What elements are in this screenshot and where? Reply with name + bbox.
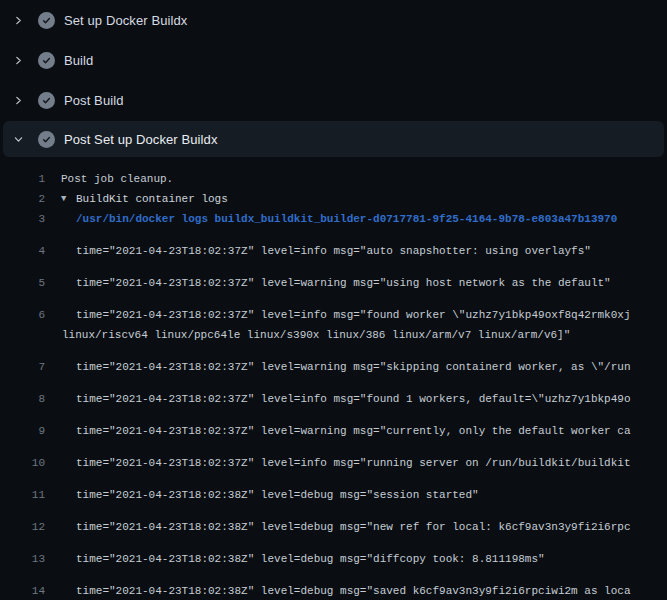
log-row: 1Post job cleanup.: [0, 169, 667, 189]
step-list: Set up Docker BuildxBuildPost BuildPost …: [0, 0, 667, 157]
log-row: 9time="2021-04-23T18:02:37Z" level=warni…: [0, 409, 667, 441]
chevron-right-icon: [12, 54, 24, 66]
line-number[interactable]: 6: [0, 305, 45, 325]
log-row: 13time="2021-04-23T18:02:38Z" level=debu…: [0, 537, 667, 569]
line-number[interactable]: 7: [0, 357, 45, 377]
chevron-right-icon: [12, 94, 24, 106]
log-row: 3/usr/bin/docker logs buildx_buildkit_bu…: [0, 209, 667, 229]
chevron-down-icon: [12, 133, 24, 145]
log-row: 11time="2021-04-23T18:02:38Z" level=debu…: [0, 473, 667, 505]
log-text: time="2021-04-23T18:02:37Z" level=info m…: [76, 389, 631, 409]
log-text: time="2021-04-23T18:02:37Z" level=info m…: [76, 305, 631, 325]
log-row: 7time="2021-04-23T18:02:37Z" level=warni…: [0, 345, 667, 377]
step-label: Build: [64, 53, 93, 68]
line-number[interactable]: 2: [0, 189, 45, 209]
log-row: 12time="2021-04-23T18:02:38Z" level=debu…: [0, 505, 667, 537]
step-row-set-up-docker-buildx[interactable]: Set up Docker Buildx: [0, 0, 667, 40]
group-caret-icon: ▼: [61, 189, 76, 209]
log-row: 10time="2021-04-23T18:02:37Z" level=info…: [0, 441, 667, 473]
log-text: time="2021-04-23T18:02:37Z" level=warnin…: [76, 273, 611, 293]
log-row: 5time="2021-04-23T18:02:37Z" level=warni…: [0, 261, 667, 293]
log-row: 14time="2021-04-23T18:02:38Z" level=debu…: [0, 569, 667, 600]
log-text: Post job cleanup.: [61, 169, 173, 189]
log-text: time="2021-04-23T18:02:37Z" level=warnin…: [76, 421, 631, 441]
line-number[interactable]: 14: [0, 581, 45, 600]
line-number: [0, 325, 45, 345]
log-text: linux/riscv64 linux/ppc64le linux/s390x …: [62, 325, 570, 345]
check-circle-icon: [38, 92, 55, 109]
step-label: Post Build: [64, 93, 124, 108]
command-text: /usr/bin/docker logs buildx_buildkit_bui…: [76, 209, 617, 229]
log-text: time="2021-04-23T18:02:37Z" level=info m…: [76, 241, 591, 261]
log-text: time="2021-04-23T18:02:37Z" level=info m…: [76, 453, 631, 473]
step-label: Post Set up Docker Buildx: [64, 132, 218, 147]
chevron-right-icon: [12, 14, 24, 26]
log-row: 8time="2021-04-23T18:02:37Z" level=info …: [0, 377, 667, 409]
line-number[interactable]: 3: [0, 209, 45, 229]
log-group-row[interactable]: 2▼BuildKit container logs: [0, 189, 667, 209]
line-number[interactable]: 12: [0, 517, 45, 537]
line-number[interactable]: 5: [0, 273, 45, 293]
log-text: time="2021-04-23T18:02:38Z" level=debug …: [76, 485, 479, 505]
step-row-post-build[interactable]: Post Build: [0, 80, 667, 120]
line-number[interactable]: 10: [0, 453, 45, 473]
line-number[interactable]: 4: [0, 241, 45, 261]
line-number[interactable]: 11: [0, 485, 45, 505]
log-text: BuildKit container logs: [76, 189, 228, 209]
log-text: time="2021-04-23T18:02:38Z" level=debug …: [76, 517, 631, 537]
line-number[interactable]: 13: [0, 549, 45, 569]
step-row-post-set-up-docker-buildx[interactable]: Post Set up Docker Buildx: [3, 121, 664, 157]
check-circle-icon: [38, 131, 55, 148]
line-number[interactable]: 9: [0, 421, 45, 441]
log-row: 6time="2021-04-23T18:02:37Z" level=info …: [0, 293, 667, 325]
log-text: time="2021-04-23T18:02:38Z" level=debug …: [76, 581, 631, 600]
step-label: Set up Docker Buildx: [64, 13, 187, 28]
log-lines: 1Post job cleanup.2▼BuildKit container l…: [0, 157, 667, 600]
check-circle-icon: [38, 52, 55, 69]
log-text: time="2021-04-23T18:02:38Z" level=debug …: [76, 549, 545, 569]
log-row: 4time="2021-04-23T18:02:37Z" level=info …: [0, 229, 667, 261]
line-number[interactable]: 8: [0, 389, 45, 409]
check-circle-icon: [38, 12, 55, 29]
log-row: linux/riscv64 linux/ppc64le linux/s390x …: [0, 325, 667, 345]
line-number[interactable]: 1: [0, 169, 45, 189]
step-row-build[interactable]: Build: [0, 40, 667, 80]
log-text: time="2021-04-23T18:02:37Z" level=warnin…: [76, 357, 631, 377]
